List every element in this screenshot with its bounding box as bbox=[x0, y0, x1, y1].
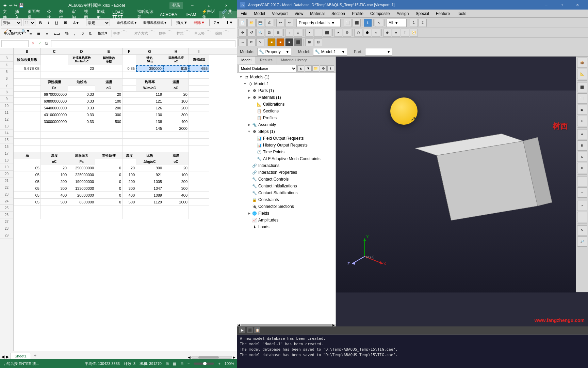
message-console[interactable]: A new model database has been created.Th… bbox=[237, 334, 588, 368]
align-center-btn[interactable]: ☰ bbox=[35, 30, 43, 37]
font-size-selector[interactable]: 11 bbox=[23, 19, 35, 26]
tree-info-btn[interactable]: ℹ bbox=[327, 65, 334, 72]
tree-history-output[interactable]: 📊 History Output Requests bbox=[237, 142, 336, 149]
abaqus-menu-section[interactable]: Section bbox=[328, 10, 348, 17]
zoom-in-btn[interactable]: + bbox=[218, 362, 220, 366]
abaqus-menu-assign[interactable]: Assign bbox=[393, 10, 412, 17]
tree-calibrations[interactable]: 📐 Calibrations bbox=[237, 101, 336, 108]
save-btn[interactable]: 💾 bbox=[256, 19, 264, 27]
cond-format-btn[interactable]: 条件格式式▼ bbox=[114, 19, 140, 26]
rt-section4[interactable]: ⊞ bbox=[577, 116, 587, 126]
abaqus-menu-material[interactable]: Material bbox=[307, 10, 328, 17]
translate-btn[interactable]: ↔ bbox=[239, 38, 247, 46]
rotate-btn[interactable]: ↺ bbox=[247, 29, 256, 37]
cell-f5[interactable]: 0.85 bbox=[122, 65, 136, 72]
tree-amplitudes[interactable]: 📈 Amplitudes bbox=[237, 217, 336, 224]
view-iso-btn[interactable]: ◇ bbox=[294, 29, 302, 37]
undo-btn[interactable]: ↩ bbox=[276, 19, 284, 27]
tree-settings-btn[interactable]: ⚙ bbox=[320, 65, 327, 72]
border-btn[interactable]: ⊞ bbox=[62, 19, 69, 26]
rt-query[interactable]: ? bbox=[577, 201, 587, 211]
axes-btn[interactable]: ⊕ bbox=[383, 29, 391, 37]
scale-btn[interactable]: ⤡ bbox=[256, 38, 264, 46]
abaqus-menu-composite[interactable]: Composite bbox=[367, 10, 393, 17]
tab-results[interactable]: Results bbox=[256, 57, 277, 64]
tree-constraints[interactable]: 🔒 Constraints bbox=[237, 196, 336, 203]
rt-assign1[interactable]: A bbox=[577, 129, 587, 139]
dec-decimal-btn[interactable]: 0. bbox=[87, 30, 95, 36]
rt-view2[interactable]: 🔎 bbox=[577, 236, 587, 247]
inc-decimal-btn[interactable]: .0 bbox=[78, 30, 86, 36]
title-btn[interactable]: T bbox=[401, 29, 409, 37]
tree-down-btn[interactable]: ▼ bbox=[305, 65, 312, 72]
underline-btn[interactable]: U bbox=[53, 20, 60, 26]
info-btn[interactable]: ℹ bbox=[364, 19, 372, 27]
rotate3d-btn[interactable]: ⟳ bbox=[247, 38, 256, 46]
delete-btn[interactable]: 删除▼ bbox=[191, 19, 207, 26]
format-btn[interactable]: 格式▼ bbox=[95, 30, 110, 37]
excel-menu-help[interactable]: ⚡告诉我 bbox=[199, 11, 219, 18]
tree-scroll-left[interactable]: ◀ bbox=[238, 323, 240, 326]
color-bg-btn[interactable]: ■ bbox=[267, 38, 276, 46]
msg-icon2[interactable]: ⬛ bbox=[247, 327, 253, 333]
viewport[interactable]: Y X Z (XYZ) ↗ bbox=[336, 57, 588, 326]
render-style2-btn[interactable]: ⬛ bbox=[353, 19, 361, 27]
page-break-btn[interactable]: ⊟ bbox=[180, 362, 183, 366]
table-format-btn[interactable]: 套用表格格式▼ bbox=[141, 19, 169, 26]
excel-menu-view[interactable]: 视图 bbox=[81, 11, 94, 18]
cell-empty[interactable] bbox=[41, 55, 68, 65]
render-style-btn[interactable]: ⬜ bbox=[344, 19, 352, 27]
rt-section3[interactable]: ▦ bbox=[577, 105, 587, 115]
model-db-selector[interactable]: Model Database bbox=[239, 65, 297, 72]
select-node-btn[interactable]: • bbox=[305, 29, 313, 37]
excel-menu-file[interactable]: 文件 bbox=[0, 11, 12, 18]
cell-g5[interactable]: 390000 bbox=[136, 65, 163, 72]
sum-btn[interactable]: Σ▼ bbox=[212, 20, 223, 26]
cell-h5[interactable]: 615 bbox=[163, 65, 189, 72]
abaqus-menu-special[interactable]: Special bbox=[412, 10, 432, 17]
fill-btn[interactable]: A▼ bbox=[71, 20, 82, 26]
select-face-btn[interactable]: ⬛ bbox=[323, 29, 331, 37]
rt-tool1[interactable]: + bbox=[577, 176, 587, 186]
abaqus-menu-profile[interactable]: Profile bbox=[348, 10, 367, 17]
part-selector[interactable]: ▼ bbox=[365, 48, 392, 56]
abaqus-minimize-btn[interactable]: ─ bbox=[538, 0, 554, 10]
excel-menu-formula[interactable]: 公式 bbox=[44, 11, 56, 18]
tree-time-points[interactable]: 🕐 Time Points bbox=[237, 149, 336, 155]
legend-btn[interactable]: ≡ bbox=[392, 29, 400, 37]
abaqus-menu-model[interactable]: Model bbox=[250, 10, 268, 17]
scroll-left-btn[interactable]: ◀ bbox=[188, 355, 191, 359]
display-group2-btn[interactable]: 2 bbox=[419, 19, 427, 27]
tree-assembly[interactable]: ▶ 🔩 Assembly bbox=[237, 121, 336, 128]
insert-btn[interactable]: 插入▼ bbox=[174, 19, 190, 26]
zoom-box-btn[interactable]: 🔍 bbox=[256, 29, 264, 37]
excel-share-btn[interactable]: 🔗 共享 bbox=[219, 11, 237, 18]
sheet-scroll-right[interactable]: ▶ bbox=[6, 354, 9, 359]
tree-steps[interactable]: ▼ ⚙ Steps (1) bbox=[237, 128, 336, 135]
excel-menu-team[interactable]: TEAM bbox=[182, 11, 199, 18]
tree-int-props[interactable]: 🔗 Interaction Properties bbox=[237, 169, 336, 176]
abaqus-close-btn[interactable]: ✕ bbox=[570, 0, 585, 10]
abaqus-restore-btn[interactable]: □ bbox=[554, 0, 570, 10]
excel-menu-loadtest[interactable]: LOAD TEST bbox=[110, 11, 134, 18]
tree-interactions[interactable]: 🔗 Interactions bbox=[237, 162, 336, 169]
tree-hscrollbar[interactable] bbox=[241, 324, 332, 326]
excel-menu-review[interactable]: 审阅 bbox=[69, 11, 81, 18]
pct-btn[interactable]: % bbox=[63, 30, 71, 36]
tree-parts[interactable]: ▶ ⚙ Parts (1) bbox=[237, 87, 336, 94]
tree-profiles[interactable]: 📋 Profiles bbox=[237, 114, 336, 121]
view-home-btn[interactable]: ⊞ bbox=[274, 29, 282, 37]
tree-loads[interactable]: ⬇ Loads bbox=[237, 224, 336, 230]
excel-menu-data[interactable]: 数据 bbox=[56, 11, 69, 18]
sheet1-tab[interactable]: Sheet1 bbox=[10, 353, 31, 359]
msg-icon1[interactable]: ▶ bbox=[239, 327, 245, 333]
confirm-formula-btn[interactable]: ✓ bbox=[37, 41, 43, 47]
tree-up-btn[interactable]: ▲ bbox=[297, 65, 304, 72]
formula-input[interactable]: 390000 bbox=[51, 40, 235, 47]
tree-new-btn[interactable]: 📁 bbox=[312, 65, 319, 72]
cursor-btn[interactable]: ↖ bbox=[375, 19, 383, 27]
excel-menu-addins[interactable]: 加载项 bbox=[94, 11, 110, 18]
rt-query2[interactable]: ! bbox=[577, 212, 587, 222]
constraint-btn[interactable]: ⊞ bbox=[305, 38, 313, 46]
cancel-formula-btn[interactable]: ✕ bbox=[30, 41, 36, 47]
